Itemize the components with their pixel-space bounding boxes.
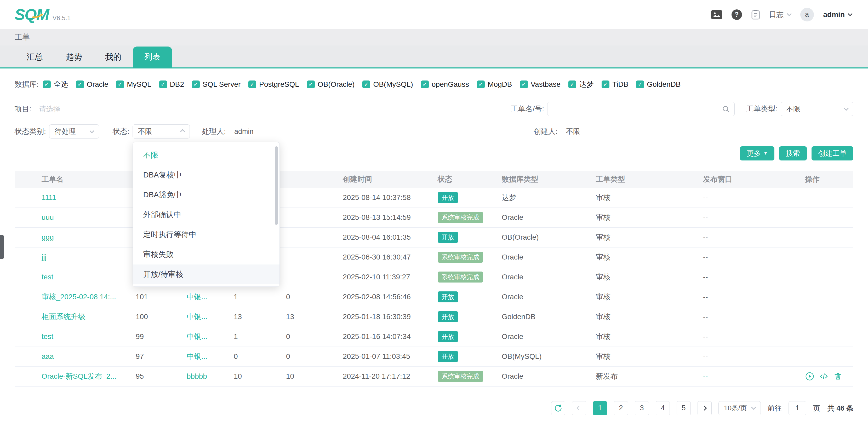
log-menu[interactable]: 日志	[769, 10, 791, 20]
execute-icon[interactable]	[805, 372, 814, 381]
order-name-link[interactable]: 审核_2025-02-08 14:...	[41, 293, 116, 301]
order-name-link[interactable]: Oracle-新SQL发布_2...	[41, 372, 116, 380]
tab-3[interactable]: 列表	[133, 46, 172, 67]
order-type-label: 工单类型:	[746, 104, 778, 114]
db-checkbox-6[interactable]: ✓OB(Oracle)	[307, 80, 355, 89]
db-checkbox-0[interactable]: ✓全选	[43, 79, 68, 89]
image-icon[interactable]	[711, 10, 722, 19]
pagination: 12345 10条/页 前往 页 共 46 条	[14, 401, 854, 415]
logo-text: SQM	[14, 7, 49, 23]
create-order-button[interactable]: 创建工单	[811, 146, 854, 161]
order-type-cell: 审核	[592, 207, 700, 227]
db-checkbox-12[interactable]: ✓TiDB	[601, 80, 628, 89]
db-checkbox-9[interactable]: ✓MogDB	[477, 80, 512, 89]
chevron-up-icon	[180, 129, 185, 134]
order-name-link[interactable]: 柜面系统升级	[41, 313, 86, 321]
count-b-cell: 0	[282, 287, 341, 307]
db-checkbox-4[interactable]: ✓SQL Server	[192, 80, 241, 89]
status-option-0[interactable]: 不限	[133, 145, 279, 165]
db-type-cell: Oracle	[498, 267, 592, 287]
sql-script-icon[interactable]	[819, 372, 829, 381]
order-search-input[interactable]	[553, 102, 718, 116]
order-name-link[interactable]: test	[41, 332, 53, 340]
next-page-button[interactable]	[698, 401, 712, 415]
status-option-2[interactable]: DBA豁免中	[133, 185, 279, 205]
project-link[interactable]: 中银...	[187, 313, 207, 321]
project-link[interactable]: 中银...	[187, 352, 207, 360]
tab-2[interactable]: 我的	[94, 46, 133, 67]
clipboard-icon[interactable]	[751, 10, 760, 20]
order-search-label: 工单名/号:	[510, 104, 544, 114]
dropdown-scrollbar[interactable]	[275, 146, 278, 225]
expand-cell	[14, 207, 38, 227]
db-checkbox-11[interactable]: ✓达梦	[568, 79, 594, 89]
creator-input[interactable]	[561, 128, 854, 136]
order-name-link[interactable]: test	[41, 273, 53, 281]
db-type-cell: OB(MySQL)	[498, 347, 592, 366]
order-name-cell: 柜面系统升级	[38, 307, 132, 327]
project-link[interactable]: 中银...	[187, 293, 207, 301]
status-option-4[interactable]: 定时执行等待中	[133, 225, 279, 244]
order-type-cell: 审核	[592, 247, 700, 267]
status-badge: 系统审核完成	[438, 212, 483, 223]
db-checkbox-8[interactable]: ✓openGauss	[421, 80, 469, 89]
avatar[interactable]: a	[800, 8, 814, 22]
page-button-1[interactable]: 1	[593, 401, 607, 415]
order-type-cell: 审核	[592, 188, 700, 207]
status-badge: 开放	[438, 291, 458, 302]
search-button[interactable]: 搜索	[779, 146, 807, 161]
sidebar-collapse-handle[interactable]	[0, 235, 4, 259]
db-checkbox-3[interactable]: ✓DB2	[159, 80, 184, 89]
status-option-6[interactable]: 开放/待审核	[133, 264, 279, 284]
project-link[interactable]: 中银...	[187, 332, 207, 340]
prev-page-button[interactable]	[572, 401, 586, 415]
refresh-button[interactable]	[551, 401, 565, 415]
handler-input[interactable]	[229, 128, 522, 136]
db-checkbox-7[interactable]: ✓OB(MySQL)	[362, 80, 413, 89]
tab-1[interactable]: 趋势	[54, 46, 94, 67]
status-select[interactable]: 不限 不限DBA复核中DBA豁免中外部确认中定时执行等待中审核失败开放/待审核	[132, 124, 190, 138]
release-window-cell: --	[700, 247, 801, 267]
status-cell: 系统审核完成	[434, 366, 498, 386]
project-select[interactable]	[34, 105, 501, 113]
page-button-5[interactable]: 5	[677, 401, 691, 415]
order-name-link[interactable]: aaa	[41, 352, 54, 360]
page-size-select[interactable]: 10条/页	[718, 401, 761, 415]
status-cell: 系统审核完成	[434, 207, 498, 227]
page-button-4[interactable]: 4	[656, 401, 670, 415]
delete-icon[interactable]	[833, 372, 843, 381]
db-checkbox-10[interactable]: ✓Vastbase	[520, 80, 561, 89]
db-checkbox-13[interactable]: ✓GoldenDB	[636, 80, 681, 89]
project-link[interactable]: bbbbb	[187, 372, 207, 380]
status-option-5[interactable]: 审核失败	[133, 244, 279, 264]
project-cell: 中银...	[183, 327, 230, 347]
create-time-cell: 2025-08-13 15:14:59	[341, 207, 434, 227]
order-name-link[interactable]: jjj	[41, 253, 46, 261]
column-header-8: 数据库类型	[498, 171, 592, 188]
project-cell: bbbbb	[183, 366, 230, 386]
order-name-link[interactable]: 1111	[41, 193, 56, 201]
order-name-link[interactable]: ggg	[41, 233, 54, 241]
db-checkbox-2[interactable]: ✓MySQL	[116, 80, 151, 89]
release-window-cell: --	[700, 347, 801, 366]
create-time-cell: 2025-02-10 11:39:27	[341, 267, 434, 287]
order-name-link[interactable]: uuu	[41, 213, 54, 221]
status-badge: 开放	[438, 232, 458, 243]
goto-page-input[interactable]	[788, 401, 806, 415]
help-icon[interactable]: ?	[732, 9, 742, 20]
status-option-3[interactable]: 外部确认中	[133, 205, 279, 225]
status-option-1[interactable]: DBA复核中	[133, 165, 279, 185]
db-checkbox-5[interactable]: ✓PostgreSQL	[248, 80, 299, 89]
more-button[interactable]: 更多 ▼	[740, 146, 774, 161]
count-a-cell: 13	[230, 307, 282, 327]
status-category-select[interactable]: 待处理	[49, 124, 99, 138]
page-button-2[interactable]: 2	[614, 401, 628, 415]
checkbox-checked-icon: ✓	[568, 80, 576, 88]
tab-0[interactable]: 汇总	[15, 46, 54, 67]
order-type-select[interactable]: 不限	[781, 102, 854, 116]
checkbox-checked-icon: ✓	[192, 80, 200, 88]
db-checkbox-1[interactable]: ✓Oracle	[76, 80, 108, 89]
status-cell: 开放	[434, 347, 498, 366]
user-menu[interactable]: admin	[823, 10, 852, 19]
page-button-3[interactable]: 3	[635, 401, 649, 415]
